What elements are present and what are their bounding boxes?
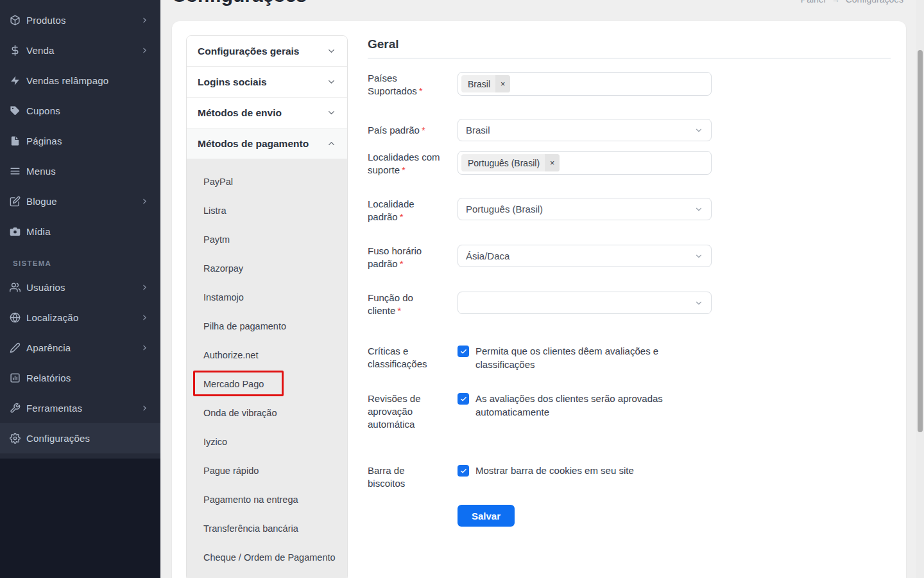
chevron-down-icon [327, 77, 336, 87]
tag-icon [9, 105, 21, 117]
remove-tag-icon[interactable]: × [545, 154, 560, 171]
payment-method-instamojo[interactable]: Instamojo [187, 283, 347, 311]
reviews-field: Críticas e classificações Permita que os… [368, 345, 891, 371]
save-button[interactable]: Salvar [458, 505, 515, 527]
divider [368, 58, 891, 58]
cookie-bar-checkbox[interactable] [458, 465, 469, 477]
payment-method-listra[interactable]: Listra [187, 196, 347, 225]
sidebar-item-ferramentas[interactable]: Ferramentas [0, 393, 160, 423]
sidebar-item-blogue[interactable]: Blogue [0, 186, 160, 216]
sidebar-item-configuracoes[interactable]: Configurações [0, 423, 160, 453]
tag-chip: Português (Brasil) × [461, 154, 560, 171]
sidebar-item-produtos[interactable]: Produtos [0, 5, 160, 35]
chevron-right-icon [141, 16, 149, 24]
field-label: País padrão* [368, 119, 443, 137]
default-locale-field: Localidade padrão* Português (Brasil) [368, 198, 891, 223]
auto-approve-checkbox[interactable] [458, 393, 469, 405]
sidebar-item-aparencia[interactable]: Aparência [0, 333, 160, 363]
sidebar-item-label: Produtos [26, 15, 66, 26]
payment-method-pagamento-na-entrega[interactable]: Pagamento na entrega [187, 485, 347, 514]
chevron-down-icon [327, 108, 336, 118]
scrollbar-thumb[interactable] [918, 50, 923, 432]
auto-approve-field: Revisões de aprovação automática As aval… [368, 392, 891, 431]
settings-section-shipping-methods[interactable]: Métodos de envio [187, 98, 347, 128]
breadcrumb-current: Configurações [846, 0, 903, 4]
tag-chip: Brasil × [461, 75, 510, 92]
payment-method-paypal[interactable]: PayPal [187, 167, 347, 196]
wrench-icon [9, 403, 21, 414]
chevron-down-icon [694, 299, 703, 308]
bar-chart-icon [9, 372, 21, 384]
chevron-right-icon [141, 46, 149, 55]
sidebar-item-label: Aparência [26, 342, 71, 353]
sidebar-item-midia[interactable]: Mídia [0, 216, 160, 247]
payment-method-pague-rapido[interactable]: Pague rápido [187, 456, 347, 485]
payment-method-transferencia-bancaria[interactable]: Transferência bancária [187, 514, 347, 543]
payment-method-razorpay[interactable]: Razorpay [187, 254, 347, 283]
chevron-down-icon [694, 252, 703, 261]
chevron-right-icon [141, 313, 149, 322]
payment-method-cheque-ordem[interactable]: Cheque / Ordem de Pagamento [187, 543, 347, 572]
sidebar-item-vendas-relampago[interactable]: Vendas relâmpago [0, 66, 160, 96]
cookie-bar-field: Barra de biscoitos Mostrar barra de cook… [368, 464, 891, 490]
sidebar-item-relatorios[interactable]: Relatórios [0, 363, 160, 393]
form-actions: Salvar [368, 505, 891, 527]
chevron-right-icon [141, 344, 149, 352]
settings-section-social-logins[interactable]: Logins sociais [187, 67, 347, 98]
sidebar-item-label: Relatórios [26, 372, 71, 383]
breadcrumb-home-link[interactable]: Painel [801, 0, 826, 4]
payment-method-mercado-pago[interactable]: Mercado Pago [187, 369, 347, 398]
sidebar-item-label: Venda [26, 45, 55, 56]
sidebar-item-label: Cupons [26, 105, 60, 116]
payment-method-pilha-de-pagamento[interactable]: Pilha de pagamento [187, 311, 347, 340]
sidebar-item-menus[interactable]: Menus [0, 156, 160, 186]
scrollbar-track [916, 0, 924, 578]
settings-section-payment-methods[interactable]: Métodos de pagamento [187, 128, 347, 159]
field-label: Críticas e classificações [368, 345, 443, 371]
sidebar-item-usuarios[interactable]: Usuários [0, 272, 160, 302]
sidebar-menu: Produtos Venda Vendas relâmpago Cupons P… [0, 0, 160, 459]
bolt-icon [9, 75, 21, 87]
supported-countries-field: Países Suportados* Brasil × [368, 72, 891, 98]
supported-countries-input[interactable]: Brasil × [458, 72, 712, 96]
payment-method-authorize-net[interactable]: Authorize.net [187, 340, 347, 369]
sidebar-item-label: Usuários [26, 282, 65, 293]
chevron-down-icon [694, 205, 703, 214]
sidebar-item-label: Ferramentas [26, 403, 82, 414]
sidebar-item-venda[interactable]: Venda [0, 35, 160, 66]
dollar-icon [9, 45, 21, 57]
default-country-select[interactable]: Brasil [458, 119, 712, 141]
chevron-right-icon [141, 283, 149, 292]
sidebar-item-cupons[interactable]: Cupons [0, 96, 160, 126]
page-title: Configurações [172, 0, 307, 6]
sidebar-item-label: Blogue [26, 196, 57, 207]
default-country-field: País padrão* Brasil [368, 119, 891, 141]
camera-icon [9, 226, 21, 238]
default-locale-select[interactable]: Português (Brasil) [458, 198, 712, 220]
general-settings-form: Geral Países Suportados* Brasil × País p… [368, 37, 891, 548]
sidebar-item-label: Páginas [26, 136, 62, 146]
customer-role-select[interactable] [458, 292, 712, 314]
payment-methods-list: PayPal Listra Paytm Razorpay Instamojo P… [187, 159, 347, 578]
supported-locales-input[interactable]: Português (Brasil) × [458, 151, 712, 175]
chevron-down-icon [694, 126, 703, 135]
settings-nav: Configurações gerais Logins sociais Méto… [186, 35, 348, 578]
payment-method-paytm[interactable]: Paytm [187, 225, 347, 254]
field-label: Revisões de aprovação automática [368, 392, 443, 431]
sidebar-item-localizacao[interactable]: Localização [0, 302, 160, 333]
remove-tag-icon[interactable]: × [495, 75, 510, 92]
chevron-right-icon [141, 197, 149, 206]
sidebar-section-label: SISTEMA [0, 247, 160, 272]
chevron-right-icon [141, 404, 149, 412]
globe-icon [9, 312, 21, 324]
default-timezone-field: Fuso horário padrão* Ásia/Daca [368, 245, 891, 270]
default-timezone-select[interactable]: Ásia/Daca [458, 245, 712, 267]
settings-section-general[interactable]: Configurações gerais [187, 36, 347, 67]
payment-method-iyzico[interactable]: Iyzico [187, 427, 347, 456]
field-label: Localidade padrão* [368, 198, 443, 223]
payment-method-onda-de-vibracao[interactable]: Onda de vibração [187, 398, 347, 427]
sidebar-item-paginas[interactable]: Páginas [0, 126, 160, 156]
brush-icon [9, 342, 21, 354]
reviews-checkbox[interactable] [458, 346, 469, 357]
sidebar-item-label: Configurações [26, 433, 90, 444]
